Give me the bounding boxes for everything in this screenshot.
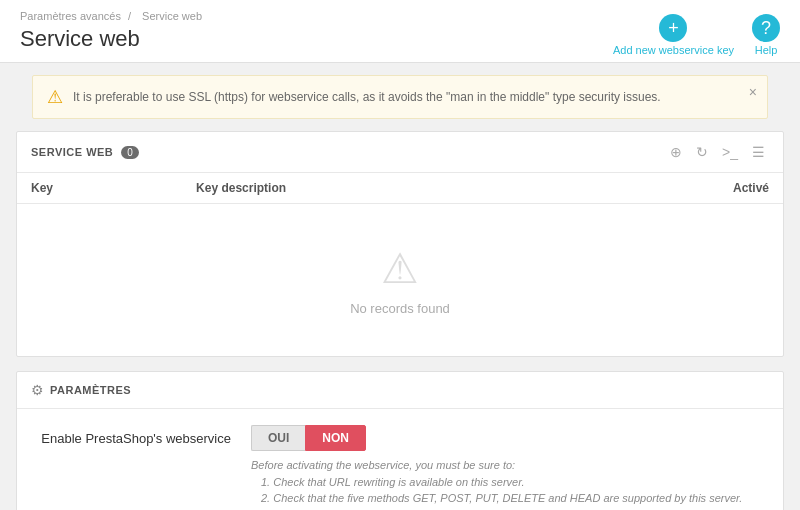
gear-icon: ⚙	[31, 382, 44, 398]
webservice-no-button[interactable]: NON	[305, 425, 366, 451]
col-active: Activé	[572, 173, 783, 204]
table-header-row: Key Key description Activé	[17, 173, 783, 204]
breadcrumb-parent[interactable]: Paramètres avancés	[20, 10, 121, 22]
params-body: Enable PrestaShop's webservice OUI NON B…	[17, 409, 783, 510]
alert-message: It is preferable to use SSL (https) for …	[73, 90, 753, 104]
export-icon-btn[interactable]: >_	[718, 142, 742, 162]
col-key: Key	[17, 173, 182, 204]
empty-message: No records found	[37, 301, 763, 316]
panel-header: SERVICE WEB 0 ⊕ ↻ >_ ☰	[17, 132, 783, 173]
help-button[interactable]: ? Help	[752, 14, 780, 56]
webservice-yes-button[interactable]: OUI	[251, 425, 305, 451]
main-content: ⚠ It is preferable to use SSL (https) fo…	[0, 75, 800, 510]
plus-icon: +	[659, 14, 687, 42]
empty-state: ⚠ No records found	[17, 204, 783, 356]
col-key-description: Key description	[182, 173, 572, 204]
top-actions: + Add new webservice key ? Help	[613, 14, 780, 56]
alert-close-button[interactable]: ×	[749, 84, 757, 100]
hint-item-1: 1. Check that URL rewriting is available…	[261, 474, 769, 491]
help-label: Help	[755, 44, 778, 56]
top-area: Paramètres avancés / Service web Service…	[0, 0, 800, 63]
add-webservice-key-button[interactable]: + Add new webservice key	[613, 14, 734, 56]
empty-state-row: ⚠ No records found	[17, 204, 783, 357]
params-panel-header: ⚙ PARAMÈTRES	[17, 372, 783, 409]
empty-triangle-icon: ⚠	[37, 244, 763, 293]
hint-item-2: 2. Check that the five methods GET, POST…	[261, 490, 769, 507]
add-icon-btn[interactable]: ⊕	[666, 142, 686, 162]
service-web-panel: SERVICE WEB 0 ⊕ ↻ >_ ☰ Key Key descripti…	[16, 131, 784, 357]
ssl-alert: ⚠ It is preferable to use SSL (https) fo…	[32, 75, 768, 119]
webservice-hint: Before activating the webservice, you mu…	[251, 457, 769, 507]
params-panel: ⚙ PARAMÈTRES Enable PrestaShop's webserv…	[16, 371, 784, 510]
param-label-webservice: Enable PrestaShop's webservice	[31, 425, 251, 446]
add-key-label: Add new webservice key	[613, 44, 734, 56]
panel-badge: 0	[121, 146, 139, 159]
panel-title: SERVICE WEB	[31, 146, 113, 158]
param-row-webservice: Enable PrestaShop's webservice OUI NON B…	[31, 425, 769, 507]
panel-header-actions: ⊕ ↻ >_ ☰	[666, 142, 769, 162]
warning-icon: ⚠	[47, 86, 63, 108]
help-icon: ?	[752, 14, 780, 42]
breadcrumb-current: Service web	[142, 10, 202, 22]
refresh-icon-btn[interactable]: ↻	[692, 142, 712, 162]
breadcrumb-separator: /	[128, 10, 131, 22]
params-panel-title: PARAMÈTRES	[50, 384, 131, 396]
service-web-table: Key Key description Activé ⚠ No records …	[17, 173, 783, 356]
columns-icon-btn[interactable]: ☰	[748, 142, 769, 162]
param-control-webservice: OUI NON Before activating the webservice…	[251, 425, 769, 507]
table-container: Key Key description Activé ⚠ No records …	[17, 173, 783, 356]
toggle-group-webservice: OUI NON	[251, 425, 769, 451]
